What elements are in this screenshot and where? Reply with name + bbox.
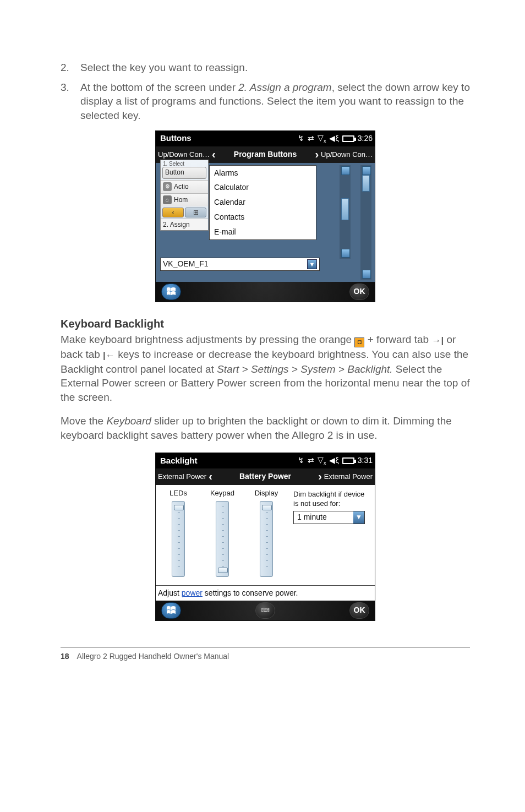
dropdown-option[interactable]: Calculator [210,180,316,195]
dropdown-arrow-icon[interactable]: ▼ [307,259,317,269]
tab-current[interactable]: Battery Power [237,471,293,482]
scrollbar-thumb[interactable] [362,175,370,192]
scrollbar-thumb[interactable] [341,198,349,220]
window-title: Backlight [158,455,198,466]
tab-current[interactable]: Program Buttons [232,149,299,160]
buttons-screenshot: Buttons ↯ ⇄ ▽x ◀ξ 3:26 Up/Down Con…‹ Pro… [155,130,375,302]
settings-path: Start > Settings > System > Backlight. [217,363,392,375]
slider-thumb[interactable] [218,568,228,573]
leds-slider[interactable] [172,501,185,577]
sync-icon: ↯ [298,455,304,466]
power-hint: Adjust power settings to conserve power. [156,585,375,601]
start-button[interactable] [161,602,181,619]
tab-prev[interactable]: External Power‹ [156,469,237,484]
title-bar: Backlight ↯ ⇄ ▽x ◀ξ 3:31 [156,453,375,468]
slider-thumb[interactable] [262,505,272,510]
manual-title: Allegro 2 Rugged Handheld Owner's Manual [77,652,229,661]
vk-value: VK_OEM_F1 [163,259,208,269]
back-tab-icon: |← [103,350,115,361]
power-link[interactable]: power [182,588,203,597]
list-number: 3. [61,80,80,123]
clock: 3:31 [358,455,373,466]
orange-modifier-key-icon: ◘ [354,337,364,347]
keyboard-backlight-para-2: Move the Keyboard slider up to brighten … [61,414,470,442]
keypad-slider-col: Keypad [204,488,240,577]
window-title: Buttons [158,133,192,144]
tab-next[interactable]: ›Up/Down Con… [299,147,375,162]
em: 2. Assign a program [238,81,331,93]
chevron-left-icon: ‹ [206,469,215,484]
nav-left-icon[interactable]: ‹ [162,208,184,217]
display-slider-col: Display [248,488,285,577]
leds-slider-col: LEDs [160,488,196,577]
dropdown-option[interactable]: Contacts [210,210,316,225]
keyboard-button[interactable]: ⌨ [255,602,275,619]
screen-body: LEDs Keypad Display Dim backlight if dev… [156,485,375,601]
bottom-bar: OK [156,282,375,302]
nav-right-icon[interactable]: ⊞ [185,208,206,217]
signal-icon: ▽x [318,133,326,144]
windows-flag-icon [166,605,177,616]
dim-timeout-value: 1 minute [297,512,327,522]
dim-timeout-select[interactable]: 1 minute ▼ [293,511,365,524]
home-icon: ⌂ [163,195,172,204]
battery-icon [342,135,354,142]
em: Keyboard [106,415,151,427]
keyboard-backlight-para-1: Make keyboard brightness adjustments by … [61,333,470,405]
ok-button[interactable]: OK [349,602,369,619]
volume-icon: ◀ξ [329,133,338,144]
keyboard-icon: ⌨ [261,606,270,614]
dropdown-option[interactable]: Alarms [210,166,316,181]
connection-icon: ⇄ [308,133,314,144]
display-slider[interactable] [260,501,273,577]
scrollbar[interactable] [360,165,371,280]
program-dropdown-list[interactable]: Alarms Calculator Calendar Contacts E-ma… [209,165,316,240]
connection-icon: ⇄ [308,455,314,466]
dim-label: Dim backlight if device is not used for: [293,489,370,509]
tab-next[interactable]: ›External Power [293,469,375,484]
vk-input[interactable]: VK_OEM_F1 ▼ [160,258,320,271]
status-icons: ↯ ⇄ ▽x ◀ξ 3:26 [298,133,373,144]
keypad-slider[interactable] [216,501,229,577]
tab-bar: External Power‹ Battery Power ›External … [156,468,375,485]
list-text: At the bottom of the screen under 2. Ass… [80,80,470,123]
list-number: 2. [61,61,80,75]
clock: 3:26 [358,133,373,144]
signal-icon: ▽x [318,455,326,466]
screen-body: 1. Select Button ⚙Actio ⌂Hom ‹ ⊞ 2. Assi… [156,163,375,282]
slider-label: LEDs [160,488,196,498]
slider-label: Display [248,488,285,498]
volume-icon: ◀ξ [329,455,338,466]
button-row[interactable]: Button [162,167,206,179]
cut-label: 1. Select [161,160,208,166]
nav-row: ‹ ⊞ [162,208,206,217]
chevron-right-icon: › [316,469,324,484]
dim-section: Dim backlight if device is not used for:… [292,488,370,577]
list-item-3: 3. At the bottom of the screen under 2. … [61,80,470,123]
slider-thumb[interactable] [174,505,184,510]
bottom-bar: ⌨ OK [156,601,375,620]
status-icons: ↯ ⇄ ▽x ◀ξ 3:31 [298,455,373,466]
gear-icon: ⚙ [163,182,172,191]
keyboard-backlight-heading: Keyboard Backlight [61,317,470,331]
assign-label: 2. Assign [161,219,208,230]
dropdown-arrow-icon[interactable]: ▼ [353,511,364,524]
forward-tab-icon: →| [431,335,444,346]
home-row[interactable]: ⌂Hom [161,193,208,206]
battery-icon [342,457,354,464]
dropdown-option[interactable]: Calendar [210,195,316,210]
backlight-screenshot: Backlight ↯ ⇄ ▽x ◀ξ 3:31 External Power‹… [155,453,375,621]
title-bar: Buttons ↯ ⇄ ▽x ◀ξ 3:26 [156,131,375,146]
dropdown-option[interactable]: E-mail [210,225,316,239]
sync-icon: ↯ [298,133,304,144]
ok-button[interactable]: OK [349,284,369,300]
left-panel: 1. Select Button ⚙Actio ⌂Hom ‹ ⊞ 2. Assi… [160,160,209,231]
scrollbar[interactable] [340,165,351,259]
slider-label: Keypad [204,488,240,498]
chevron-left-icon: ‹ [210,147,218,162]
chevron-right-icon: › [313,147,321,162]
page-number: 18 [61,652,69,661]
action-row[interactable]: ⚙Actio [161,180,208,193]
start-button[interactable] [161,284,181,300]
page-footer: 18Allegro 2 Rugged Handheld Owner's Manu… [61,647,470,662]
